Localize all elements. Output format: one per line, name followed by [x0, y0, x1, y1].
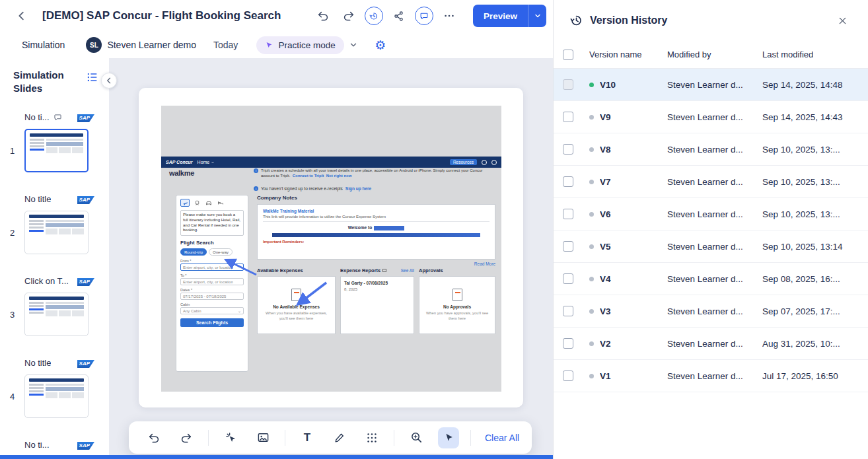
zoom-tool[interactable]: [406, 427, 427, 448]
slide-title[interactable]: No ti...: [24, 112, 50, 122]
version-checkbox[interactable]: [563, 209, 573, 219]
version-row[interactable]: V6 Steven Learner d... Sep 10, 2025, 13:…: [554, 198, 868, 230]
version-row[interactable]: V5 Steven Learner d... Sep 10, 2025, 13:…: [554, 230, 868, 263]
preview-button[interactable]: Preview: [473, 5, 528, 27]
blur-tool[interactable]: [361, 427, 382, 448]
share-button[interactable]: [389, 6, 409, 26]
concur-brand: SAP Concur: [166, 160, 193, 164]
available-expenses-section: Available Expenses No Available Expenses…: [257, 267, 336, 334]
company-notes-section: Company Notes WalkMe Training Material T…: [257, 195, 495, 266]
list-icon: [87, 71, 98, 83]
version-modified-by: Steven Learner d...: [667, 177, 762, 187]
ereceipt-banner: i You haven't signed up to receive e-rec…: [254, 186, 371, 191]
approvals-section: Approvals No Approvals When you have app…: [419, 267, 495, 334]
slide-thumbnail-4[interactable]: [24, 374, 89, 418]
slide-title[interactable]: No title: [24, 358, 51, 368]
company-notes-card: WalkMe Training Material This link will …: [257, 204, 495, 260]
oneway-tab: One-way: [209, 248, 233, 256]
slide-number: 1: [0, 146, 24, 156]
mode-dropdown-button[interactable]: [349, 40, 358, 50]
version-checkbox[interactable]: [563, 144, 573, 155]
training-material-link: WalkMe Training Material: [263, 209, 489, 213]
sidebar-collapse-button[interactable]: [101, 73, 117, 88]
close-icon: [838, 16, 848, 26]
version-checkbox[interactable]: [563, 79, 573, 90]
version-checkbox[interactable]: [563, 306, 573, 316]
editor-canvas[interactable]: SAP Concur Home Resources walkme i TripI…: [109, 58, 553, 459]
concur-profile-icon: [491, 160, 497, 165]
version-row[interactable]: V4 Steven Learner d... Sep 08, 2025, 16:…: [554, 263, 868, 295]
redacted-text: [374, 226, 404, 230]
practice-mode-pill[interactable]: Practice mode: [256, 36, 344, 54]
practice-mode-label: Practice mode: [278, 40, 335, 50]
toolbar-undo-button[interactable]: [143, 427, 164, 448]
redacted-bar: [272, 233, 481, 237]
connect-tripit-link: Connect to TripIt: [293, 174, 324, 178]
version-row[interactable]: V7 Steven Learner d... Sep 10, 2025, 13:…: [554, 166, 868, 198]
back-chevron-icon: [16, 10, 28, 22]
concur-home-nav: Home: [198, 160, 215, 164]
preview-split-button: Preview: [473, 5, 546, 27]
select-tool[interactable]: [438, 427, 459, 448]
click-cursor-icon: [225, 431, 237, 444]
undo-button[interactable]: [313, 6, 333, 26]
company-notes-title: Company Notes: [257, 195, 495, 201]
version-row[interactable]: V10 Steven Learner d... Sep 14, 2025, 14…: [554, 69, 868, 101]
clear-all-button[interactable]: Clear All: [485, 433, 519, 443]
text-tool[interactable]: T: [297, 427, 318, 448]
toolbar-redo-button[interactable]: [176, 427, 197, 448]
version-name: V9: [600, 112, 611, 122]
version-checkbox[interactable]: [563, 241, 573, 252]
close-panel-button[interactable]: [834, 12, 851, 29]
slide-thumbnail-2[interactable]: [24, 211, 89, 254]
signup-link: Sign up here: [345, 186, 371, 191]
last-edited-label: Today: [213, 40, 238, 50]
version-checkbox[interactable]: [563, 112, 573, 122]
status-dot: [589, 309, 594, 314]
draw-tool[interactable]: [329, 427, 350, 448]
column-last-modified: Last modified: [762, 50, 868, 59]
avatar: SL: [86, 37, 102, 53]
slide-thumbnail-1[interactable]: [24, 129, 89, 172]
version-checkbox[interactable]: [563, 176, 573, 187]
sap-logo: SAP: [77, 112, 94, 122]
slide-canvas[interactable]: SAP Concur Home Resources walkme i TripI…: [139, 88, 523, 407]
status-dot: [589, 244, 594, 249]
expense-reports-title: Expense Reports: [340, 267, 380, 273]
slide-item-2: No title SAP 2: [0, 192, 109, 254]
no-approvals-caption: When you have approvals, you'll see them…: [423, 311, 491, 321]
version-row[interactable]: V2 Steven Learner d... Aug 31, 2025, 10:…: [554, 328, 868, 360]
slide-comment-icon[interactable]: [54, 113, 62, 122]
select-all-checkbox[interactable]: [563, 50, 573, 60]
version-history-title: Version History: [590, 15, 667, 26]
train-tab-icon: [192, 199, 201, 207]
slide-screenshot: SAP Concur Home Resources walkme i TripI…: [161, 106, 501, 392]
slide-title[interactable]: Click on T...: [24, 276, 69, 286]
settings-button[interactable]: ⚙: [371, 36, 390, 54]
version-checkbox[interactable]: [563, 338, 573, 349]
redo-button[interactable]: [339, 6, 359, 26]
document-icon: [291, 289, 301, 301]
version-row[interactable]: V3 Steven Learner d... Sep 07, 2025, 17:…: [554, 295, 868, 328]
comments-button[interactable]: [415, 7, 433, 25]
user-name: Steven Learner demo: [107, 40, 196, 50]
version-history-button[interactable]: [365, 7, 383, 25]
trip-type-toggle: Round-trip One-way: [180, 248, 244, 256]
version-checkbox[interactable]: [563, 371, 573, 381]
version-row[interactable]: V9 Steven Learner d... Sep 14, 2025, 14:…: [554, 101, 868, 133]
click-annotation-tool[interactable]: [220, 427, 241, 448]
version-row[interactable]: V1 Steven Learner d... Jul 17, 2025, 16:…: [554, 360, 868, 392]
image-tool[interactable]: [252, 427, 273, 448]
slide-title[interactable]: No ti...: [24, 440, 50, 450]
slide-list-view-button[interactable]: [87, 71, 98, 83]
back-button[interactable]: [12, 6, 32, 26]
version-modified-by: Steven Learner d...: [667, 145, 762, 155]
version-row[interactable]: V8 Steven Learner d... Sep 10, 2025, 13:…: [554, 133, 868, 166]
from-input: Enter airport, city, or location: [180, 264, 244, 271]
slide-thumbnail-3[interactable]: [24, 293, 89, 336]
more-options-button[interactable]: [439, 6, 459, 26]
slide-title[interactable]: No title: [24, 194, 51, 204]
version-last-modified: Sep 10, 2025, 13:...: [762, 145, 868, 155]
preview-dropdown-button[interactable]: [528, 5, 546, 27]
version-checkbox[interactable]: [563, 273, 573, 284]
